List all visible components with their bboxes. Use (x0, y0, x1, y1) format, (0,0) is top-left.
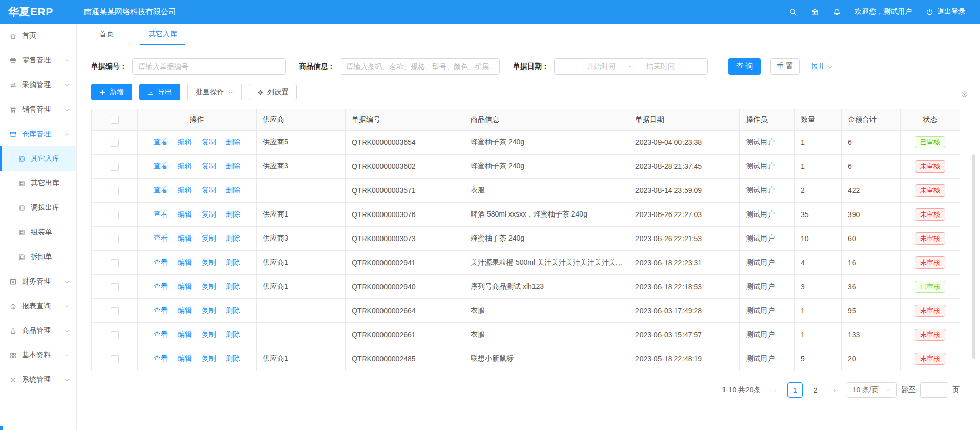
cell-actions: 查看编辑复制删除 (138, 347, 257, 371)
sidebar-subitem[interactable]: 其它入库 (0, 146, 76, 171)
row-checkbox[interactable] (111, 355, 119, 363)
row-action-delete[interactable]: 删除 (226, 210, 240, 218)
search-button[interactable]: 查 询 (728, 58, 761, 75)
row-action-view[interactable]: 查看 (154, 138, 168, 146)
sidebar-item[interactable]: 零售管理 (0, 48, 76, 73)
row-action-copy[interactable]: 复制 (202, 186, 216, 194)
date-range-picker[interactable]: 开始时间 ~ 结束时间 (554, 58, 708, 75)
sidebar-item[interactable]: 报表查询 (0, 294, 76, 318)
reset-button[interactable]: 重 置 (770, 58, 800, 75)
row-action-edit[interactable]: 编辑 (178, 330, 192, 338)
row-action-delete[interactable]: 删除 (226, 234, 240, 242)
row-action-edit[interactable]: 编辑 (178, 282, 192, 290)
chevron-down-icon (64, 82, 70, 88)
page-button-1[interactable]: 1 (787, 382, 803, 398)
row-action-view[interactable]: 查看 (154, 330, 168, 338)
row-action-copy[interactable]: 复制 (202, 354, 216, 362)
chevron-down-icon (64, 328, 70, 334)
row-checkbox[interactable] (111, 163, 119, 171)
row-checkbox[interactable] (111, 211, 119, 219)
row-action-view[interactable]: 查看 (154, 306, 168, 314)
row-action-edit[interactable]: 编辑 (178, 138, 192, 146)
sidebar-item[interactable]: 采购管理 (0, 73, 76, 97)
row-action-copy[interactable]: 复制 (202, 258, 216, 266)
row-action-view[interactable]: 查看 (154, 258, 168, 266)
sidebar-item[interactable]: 销售管理 (0, 97, 76, 122)
row-checkbox[interactable] (111, 331, 119, 339)
row-action-edit[interactable]: 编辑 (178, 162, 192, 170)
row-action-copy[interactable]: 复制 (202, 282, 216, 290)
row-checkbox[interactable] (111, 139, 119, 147)
sidebar-subitem[interactable]: 调拨出库 (0, 196, 76, 220)
row-action-copy[interactable]: 复制 (202, 138, 216, 146)
row-checkbox[interactable] (111, 259, 119, 267)
page-size-select[interactable]: 10 条/页 (847, 382, 897, 398)
goods-info-input[interactable] (340, 58, 500, 75)
row-action-copy[interactable]: 复制 (202, 306, 216, 314)
row-action-delete[interactable]: 删除 (226, 282, 240, 290)
sidebar-item[interactable]: 仓库管理 (0, 122, 76, 146)
prev-page-button[interactable] (769, 382, 782, 398)
sidebar-item[interactable]: 财务管理 (0, 269, 76, 294)
bill-no-input[interactable] (132, 58, 286, 75)
system-icon (9, 376, 17, 384)
row-action-delete[interactable]: 删除 (226, 354, 240, 362)
row-checkbox[interactable] (111, 307, 119, 315)
logout-button[interactable]: 退出登录 (925, 7, 966, 16)
row-action-edit[interactable]: 编辑 (178, 234, 192, 242)
row-action-view[interactable]: 查看 (154, 186, 168, 194)
row-checkbox[interactable] (111, 187, 119, 195)
search-icon[interactable] (789, 8, 797, 16)
plus-icon (99, 89, 106, 96)
row-action-copy[interactable]: 复制 (202, 330, 216, 338)
sidebar-item-label: 商品管理 (22, 326, 64, 335)
row-action-view[interactable]: 查看 (154, 234, 168, 242)
row-action-view[interactable]: 查看 (154, 354, 168, 362)
row-action-edit[interactable]: 编辑 (178, 258, 192, 266)
sidebar-item[interactable]: 商品管理 (0, 318, 76, 343)
cell-status: 未审核 (901, 155, 960, 179)
batch-actions-button[interactable]: 批量操作 (187, 84, 242, 100)
sidebar-subitem[interactable]: 拆卸单 (0, 245, 76, 269)
row-action-copy[interactable]: 复制 (202, 210, 216, 218)
select-all-checkbox[interactable] (111, 116, 119, 124)
help-icon[interactable] (961, 89, 968, 96)
row-action-view[interactable]: 查看 (154, 162, 168, 170)
row-action-delete[interactable]: 删除 (226, 258, 240, 266)
expand-filters-link[interactable]: 展开 (811, 62, 833, 71)
status-badge: 已审核 (915, 281, 945, 293)
sidebar-item[interactable]: 系统管理 (0, 368, 76, 392)
row-action-delete[interactable]: 删除 (226, 186, 240, 194)
row-action-edit[interactable]: 编辑 (178, 354, 192, 362)
tab-active[interactable]: 其它入库 (140, 24, 185, 45)
tab-item[interactable]: 首页 (91, 24, 122, 45)
cell-supplier: 供应商1 (257, 275, 346, 299)
sidebar-item[interactable]: 基本资料 (0, 343, 76, 368)
row-action-edit[interactable]: 编辑 (178, 186, 192, 194)
column-settings-button[interactable]: 列设置 (249, 84, 297, 100)
row-action-copy[interactable]: 复制 (202, 162, 216, 170)
next-page-button[interactable] (828, 382, 842, 398)
row-checkbox[interactable] (111, 235, 119, 243)
jump-page-input[interactable] (920, 382, 948, 398)
row-action-edit[interactable]: 编辑 (178, 306, 192, 314)
row-action-delete[interactable]: 删除 (226, 306, 240, 314)
row-action-delete[interactable]: 删除 (226, 330, 240, 338)
table-scrollbar[interactable] (972, 154, 975, 359)
bell-icon[interactable] (833, 8, 841, 16)
row-checkbox[interactable] (111, 283, 119, 291)
add-button[interactable]: 新增 (91, 84, 132, 100)
row-action-delete[interactable]: 删除 (226, 162, 240, 170)
sidebar-item[interactable]: 首页 (0, 24, 76, 48)
row-action-view[interactable]: 查看 (154, 282, 168, 290)
row-action-delete[interactable]: 删除 (226, 138, 240, 146)
row-action-copy[interactable]: 复制 (202, 234, 216, 242)
doc-icon (18, 180, 26, 187)
bank-icon[interactable] (811, 8, 819, 16)
page-button-2[interactable]: 2 (808, 382, 823, 398)
sidebar-subitem[interactable]: 其它出库 (0, 171, 76, 196)
row-action-view[interactable]: 查看 (154, 210, 168, 218)
export-button[interactable]: 导出 (139, 84, 180, 100)
row-action-edit[interactable]: 编辑 (178, 210, 192, 218)
sidebar-subitem[interactable]: 组装单 (0, 220, 76, 245)
